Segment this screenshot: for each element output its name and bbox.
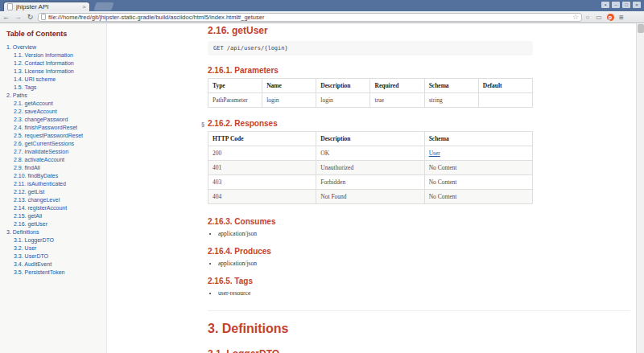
toc-item-saveaccount[interactable]: 2.2. saveAccount (6, 108, 103, 116)
toc-item-changelevel[interactable]: 2.13. changeLevel (6, 196, 103, 204)
user-schema-link[interactable]: User (429, 150, 440, 157)
toc-item-auditevent[interactable]: 3.4. AuditEvent (6, 261, 103, 269)
col-header-schema: Schema (424, 132, 532, 146)
toc-item-getuser[interactable]: 2.16. getUser (6, 220, 103, 228)
cell-http-code: 403 (208, 175, 316, 190)
toc-item-user[interactable]: 3.2. User (6, 244, 103, 252)
section-title-parameters: 2.16.1. Parameters (208, 66, 636, 76)
toc-item-invalidatesession[interactable]: 2.7. invalidateSession (6, 148, 103, 156)
doc-content: 2.16. getUser GET /api/users/{login} 2.1… (107, 23, 636, 353)
cell-type: PathParameter (208, 93, 262, 108)
toc-item-changepassword[interactable]: 2.3. changePassword (6, 116, 103, 124)
toc-item-loggerdto[interactable]: 3.1. LoggerDTO (6, 236, 103, 244)
window-controls: ▪ – □ × (601, 2, 641, 8)
cell-default (478, 93, 532, 108)
close-button[interactable]: × (633, 2, 641, 8)
new-tab-button[interactable] (93, 2, 114, 10)
cell-description: Unauthorized (316, 161, 424, 175)
table-row-200: 200 OK User (208, 146, 533, 161)
toc-item-getaccount[interactable]: 2.1. getAccount (6, 100, 103, 108)
toc-item-registeraccount[interactable]: 2.14. registerAccount (6, 204, 103, 212)
toc-nav: 1. Overview 1.1. Version Information 1.2… (6, 43, 103, 277)
table-row-404: 404 Not Found No Content (208, 190, 533, 204)
address-bar[interactable]: file:///home/fred/git/jhipster-static-gr… (38, 13, 582, 22)
tags-list: user-resource (218, 290, 636, 297)
col-header-schema: Schema (424, 79, 478, 93)
cell-description: OK (316, 146, 424, 161)
toc-item-requestpasswordreset[interactable]: 2.5. requestPasswordReset (6, 132, 103, 140)
window-badge-icon: ▪ (601, 2, 609, 8)
page-favicon-icon (7, 3, 13, 10)
reload-button-icon[interactable]: ↻ (24, 12, 36, 23)
menu-hamburger-icon[interactable]: ≡ (616, 12, 627, 23)
toc-title: Table of Contents (6, 30, 103, 38)
cell-schema: User (424, 146, 532, 161)
cell-description: login (316, 93, 370, 108)
browser-tab[interactable]: jhipster API × (3, 2, 90, 11)
cell-schema: No Content (424, 175, 532, 190)
toc-item-getlist[interactable]: 2.12. getList (6, 188, 103, 196)
tab-close-icon[interactable]: × (82, 4, 86, 10)
toc-sidebar: Table of Contents 1. Overview 1.1. Versi… (0, 23, 107, 353)
col-header-required: Required (370, 79, 424, 93)
section-title-getuser: 2.16. getUser (208, 25, 636, 36)
extension-circle-icon[interactable]: ○ (582, 12, 593, 23)
scrollbar-thumb[interactable] (638, 24, 644, 33)
section-anchor-icon[interactable]: § (201, 120, 204, 129)
list-item: application/json (218, 261, 636, 267)
tab-strip: jhipster API × ▪ – □ × (0, 0, 644, 11)
toc-item-version-information[interactable]: 1.1. Version Information (6, 51, 103, 60)
toc-item-isauthenticated[interactable]: 2.11. isAuthenticated (6, 180, 103, 188)
pocket-extension-icon[interactable]: p (605, 12, 616, 23)
toc-item-paths[interactable]: 2. Paths (6, 92, 103, 100)
toc-item-license-information[interactable]: 1.3. License Information (6, 68, 103, 76)
section-title-responses: §2.16.2. Responses (208, 119, 636, 129)
consumes-list: application/json (218, 231, 636, 237)
toc-item-findbydates[interactable]: 2.10. findByDates (6, 172, 103, 180)
url-page-icon (41, 14, 46, 20)
col-header-description: Description (316, 79, 370, 93)
scrollbar-track[interactable] (636, 23, 644, 353)
cell-schema: string (424, 93, 478, 108)
list-item: user-resource (218, 290, 636, 297)
toc-item-tags[interactable]: 1.5. Tags (6, 84, 103, 92)
toc-item-getcurrentsessions[interactable]: 2.6. getCurrentSessions (6, 140, 103, 148)
col-header-name: Name (262, 79, 316, 93)
toc-item-contact-information[interactable]: 1.2. Contact Information (6, 60, 103, 68)
toc-item-userdto[interactable]: 3.3. UserDTO (6, 252, 103, 261)
section-title-definitions: 3. Definitions (208, 321, 636, 336)
endpoint-code-block: GET /api/users/{login} (208, 41, 533, 55)
toc-item-activateaccount[interactable]: 2.8. activateAccount (6, 156, 103, 164)
toc-item-overview[interactable]: 1. Overview (6, 43, 103, 51)
cell-description: Forbidden (316, 175, 424, 190)
responses-title-text: 2.16.2. Responses (208, 119, 278, 128)
section-title-loggerdto: 3.1. LoggerDTO (208, 348, 636, 353)
forward-button-icon[interactable]: → (12, 12, 24, 23)
section-divider (208, 310, 630, 311)
minimize-button[interactable]: – (612, 2, 620, 8)
col-header-default: Default (478, 79, 532, 93)
table-header-row: Type Name Description Required Schema De… (208, 79, 533, 93)
list-item: application/json (218, 231, 636, 237)
toc-item-finishpasswordreset[interactable]: 2.4. finishPasswordReset (6, 124, 103, 132)
back-button-icon[interactable]: ← (0, 12, 12, 23)
toc-item-uri-scheme[interactable]: 1.4. URI scheme (6, 76, 103, 84)
bookmark-star-icon[interactable]: ☆ (572, 13, 579, 21)
responses-table: HTTP Code Description Schema 200 OK User… (208, 131, 533, 204)
section-title-produces: 2.16.4. Produces (208, 247, 636, 257)
toc-item-definitions[interactable]: 3. Definitions (6, 228, 103, 236)
browser-chrome: jhipster API × ▪ – □ × ← → ↻ file:///hom… (0, 0, 644, 23)
url-text[interactable]: file:///home/fred/git/jhipster-static-gr… (48, 14, 572, 21)
toc-item-persistenttoken[interactable]: 3.5. PersistentToken (6, 269, 103, 277)
table-row-401: 401 Unauthorized No Content (208, 161, 533, 175)
toc-item-getall[interactable]: 2.15. getAll (6, 212, 103, 220)
toc-item-findall[interactable]: 2.9. findAll (6, 164, 103, 172)
cell-http-code: 404 (208, 190, 316, 204)
maximize-button[interactable]: □ (622, 2, 630, 8)
browser-toolbar: ← → ↻ file:///home/fred/git/jhipster-sta… (0, 11, 644, 23)
col-header-http-code: HTTP Code (208, 132, 316, 146)
tab-title: jhipster API (16, 3, 80, 10)
cell-name: login (262, 93, 316, 108)
cast-icon[interactable]: ▭ (593, 12, 605, 23)
section-title-tags: 2.16.5. Tags (208, 277, 636, 286)
